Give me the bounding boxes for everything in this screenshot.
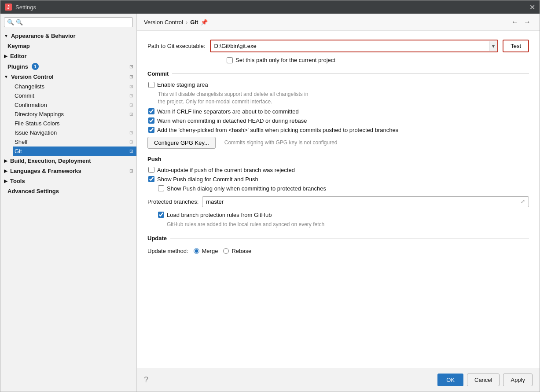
apply-button[interactable]: Apply <box>503 374 533 386</box>
protected-branches-label: Protected branches: <box>147 198 198 205</box>
settings-content: Path to Git executable: ▾ Test Set this … <box>137 31 540 368</box>
update-section-title: Update <box>147 235 529 242</box>
rebase-radio[interactable] <box>223 248 229 254</box>
auto-update-row: Auto-update if push of the current branc… <box>147 167 529 173</box>
sidebar-item-label: Languages & Frameworks <box>10 168 81 174</box>
search-box: 🔍 <box>4 17 133 27</box>
path-row: Path to Git executable: ▾ Test <box>147 40 529 52</box>
version-control-subitems: Changelists ⊡ Commit ⊡ Confirmation ⊡ Di… <box>0 82 136 156</box>
warn-detached-label: Warn when committing in detached HEAD or… <box>157 117 307 124</box>
sidebar-item-git[interactable]: Git ⊡ <box>13 147 136 156</box>
settings-window: J Settings ✕ 🔍 ▼ Appearance & Behavior K… <box>0 0 540 392</box>
github-rules-note: GitHub rules are added to the local rule… <box>147 221 529 228</box>
help-button[interactable]: ? <box>144 375 148 385</box>
configure-gpg-button[interactable]: Configure GPG Key... <box>147 137 216 149</box>
update-section: Update Update method: Merge Rebase <box>147 235 529 256</box>
sidebar-item-editor[interactable]: ▶ Editor <box>0 51 136 61</box>
breadcrumb-parent: Version Control <box>144 19 183 26</box>
settings-icon: ⊡ <box>129 64 133 69</box>
merge-radio-row: Merge <box>194 248 218 254</box>
show-push-dialog-checkbox[interactable] <box>148 176 154 182</box>
settings-icon: ⊡ <box>129 103 133 107</box>
expand-arrow-icon: ▶ <box>4 169 7 173</box>
settings-icon: ⊡ <box>129 139 133 144</box>
sidebar-item-issue-navigation[interactable]: Issue Navigation ⊡ <box>13 128 136 137</box>
set-path-only-checkbox[interactable] <box>227 57 233 63</box>
sidebar-item-tools[interactable]: ▶ Tools <box>0 176 136 186</box>
ok-button[interactable]: OK <box>437 374 463 386</box>
update-method-label: Update method: <box>147 248 188 254</box>
rebase-label: Rebase <box>231 248 251 254</box>
sidebar-item-confirmation[interactable]: Confirmation ⊡ <box>13 100 136 110</box>
breadcrumb-separator: › <box>186 19 187 26</box>
show-push-dialog-label: Show Push dialog for Commit and Push <box>157 176 258 183</box>
test-button[interactable]: Test <box>503 40 529 52</box>
sidebar-item-label: Changelists <box>15 83 44 90</box>
sidebar-item-version-control[interactable]: ▼ Version Control ⊡ <box>0 72 136 82</box>
commit-section: Commit Enable staging area This will dis… <box>147 70 529 149</box>
sidebar-item-label: Keymap <box>7 43 30 49</box>
nav-back-button[interactable]: ← <box>510 17 520 27</box>
set-path-only-label: Set this path only for the current proje… <box>235 57 335 63</box>
gpg-note: Commits signing with GPG key is not conf… <box>224 139 338 146</box>
settings-icon: ⊡ <box>129 84 133 89</box>
rebase-radio-row: Rebase <box>223 248 251 254</box>
close-button[interactable]: ✕ <box>529 3 535 11</box>
search-icon: 🔍 <box>7 19 14 26</box>
settings-icon: ⊡ <box>129 112 133 117</box>
sidebar-item-build[interactable]: ▶ Build, Execution, Deployment <box>0 156 136 166</box>
load-protection-checkbox[interactable] <box>158 212 164 218</box>
sidebar-item-label: Appearance & Behavior <box>11 33 76 39</box>
sidebar-item-advanced-settings[interactable]: Advanced Settings <box>0 186 136 196</box>
commit-section-title: Commit <box>147 70 529 77</box>
pin-icon[interactable]: 📌 <box>201 19 208 26</box>
sidebar-item-label: Editor <box>10 53 27 59</box>
search-input[interactable] <box>16 19 130 26</box>
path-input[interactable] <box>211 40 489 51</box>
warn-crlf-checkbox[interactable] <box>148 108 154 114</box>
expand-icon[interactable]: ⤢ <box>521 198 525 205</box>
path-label: Path to Git executable: <box>147 43 206 49</box>
sidebar-item-changelists[interactable]: Changelists ⊡ <box>13 82 136 91</box>
enable-staging-row: Enable staging area <box>147 81 529 88</box>
protected-branches-input-wrap: ⤢ <box>202 196 529 207</box>
breadcrumb-current: Git <box>190 19 198 26</box>
main-content: 🔍 ▼ Appearance & Behavior Keymap ▶ Edito… <box>0 14 540 392</box>
add-suffix-checkbox[interactable] <box>148 127 154 133</box>
nav-forward-button[interactable]: → <box>522 17 533 27</box>
warn-crlf-label: Warn if CRLF line separators are about t… <box>157 108 299 115</box>
app-icon: J <box>5 4 12 11</box>
load-protection-row: Load branch protection rules from GitHub <box>147 212 529 218</box>
show-push-protected-label: Show Push dialog only when committing to… <box>167 185 326 192</box>
path-input-wrap: ▾ <box>210 40 499 52</box>
add-suffix-row: Add the 'cherry-picked from <hash>' suff… <box>147 127 529 133</box>
sidebar-item-label: Version Control <box>11 73 54 80</box>
sidebar-item-label: Directory Mappings <box>15 111 64 117</box>
merge-radio[interactable] <box>194 248 199 254</box>
sidebar-item-languages[interactable]: ▶ Languages & Frameworks ⊡ <box>0 166 136 176</box>
main-panel: Version Control › Git 📌 ← → Path to Git … <box>137 14 540 392</box>
sidebar-item-directory-mappings[interactable]: Directory Mappings ⊡ <box>13 110 136 119</box>
sidebar-item-keymap[interactable]: Keymap <box>0 41 136 51</box>
sidebar-item-label: Advanced Settings <box>7 188 59 194</box>
sidebar-item-appearance[interactable]: ▼ Appearance & Behavior <box>0 31 136 41</box>
merge-label: Merge <box>202 248 218 254</box>
sidebar-item-label: Commit <box>15 92 34 99</box>
sidebar-item-label: Confirmation <box>15 102 47 108</box>
push-section-title: Push <box>147 156 529 162</box>
auto-update-checkbox[interactable] <box>148 167 154 173</box>
show-push-protected-checkbox[interactable] <box>158 185 164 191</box>
protected-branches-input[interactable] <box>206 198 521 205</box>
enable-staging-label: Enable staging area <box>157 81 208 88</box>
show-push-dialog-row: Show Push dialog for Commit and Push <box>147 176 529 183</box>
warn-detached-checkbox[interactable] <box>148 117 154 124</box>
sidebar-item-plugins[interactable]: Plugins 1 ⊡ <box>0 61 136 72</box>
sidebar-item-commit[interactable]: Commit ⊡ <box>13 91 136 100</box>
sidebar-item-shelf[interactable]: Shelf ⊡ <box>13 137 136 147</box>
enable-staging-checkbox[interactable] <box>148 82 154 88</box>
sidebar-item-file-status-colors[interactable]: File Status Colors <box>13 119 136 128</box>
cancel-button[interactable]: Cancel <box>467 374 500 386</box>
browse-icon[interactable]: ▾ <box>489 41 497 51</box>
breadcrumb: Version Control › Git 📌 ← → <box>137 14 540 31</box>
settings-icon: ⊡ <box>129 130 133 135</box>
